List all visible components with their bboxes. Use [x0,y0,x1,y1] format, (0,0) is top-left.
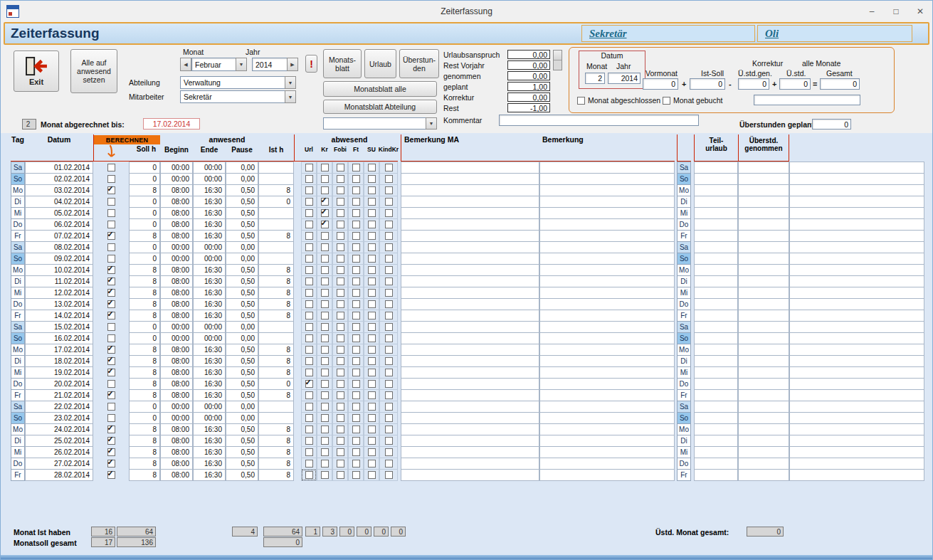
checkbox[interactable] [352,448,360,456]
ueberstd-genommen-cell[interactable] [738,207,789,219]
year-value[interactable]: 2014 [252,58,288,71]
checkbox[interactable] [352,232,360,240]
kr-cell[interactable] [317,196,332,208]
teilurlaub-cell[interactable] [694,287,738,299]
ueberstd-genommen-cell[interactable] [738,321,789,333]
checkbox[interactable] [385,255,393,263]
bemerkung-cell[interactable] [539,264,675,276]
checkbox[interactable] [337,232,344,240]
kindkr-cell[interactable] [379,230,398,242]
checkbox[interactable] [368,426,376,433]
checkbox[interactable] [385,334,393,342]
bemerkung-cell[interactable] [539,253,675,265]
checkbox[interactable] [305,471,313,479]
checkbox[interactable] [352,346,360,354]
teilurlaub-cell[interactable] [694,218,738,231]
checkbox[interactable] [321,175,329,183]
url-cell[interactable] [301,264,317,276]
bemerkung-ma-cell[interactable] [401,173,539,185]
kr-cell[interactable] [317,446,332,458]
ueberstd-genommen-cell[interactable] [738,253,789,265]
su-cell[interactable] [364,241,379,253]
checkbox[interactable] [305,414,313,422]
bemerkung-cell[interactable] [539,446,675,458]
checkbox[interactable] [368,369,376,376]
ueberstd-genommen-cell[interactable] [738,423,789,435]
ist-hours-cell[interactable]: 8 [258,458,294,470]
date-cell[interactable]: 14.02.2014 [25,310,93,322]
month-value[interactable]: Februar [191,58,236,71]
pause-cell[interactable]: 0,50 [226,446,258,458]
kr-cell[interactable] [317,355,332,367]
soll-hours-cell[interactable]: 8 [129,287,160,299]
fobi-cell[interactable] [332,401,348,413]
extra-cell[interactable] [789,412,924,424]
ist-hours-cell[interactable]: 8 [258,435,294,447]
bemerkung-cell[interactable] [539,401,675,413]
checkbox[interactable] [368,255,376,263]
date-cell[interactable]: 05.02.2014 [25,207,93,219]
checkbox[interactable] [321,391,329,399]
url-cell[interactable] [301,412,317,424]
checkbox[interactable] [321,232,329,240]
beginn-cell[interactable]: 00:00 [160,253,193,265]
month-dropdown-icon[interactable]: ▼ [236,58,247,71]
teilurlaub-cell[interactable] [694,162,738,174]
soll-hours-cell[interactable]: 0 [129,162,160,174]
beginn-cell[interactable]: 08:00 [160,310,193,322]
ueberstd-genommen-cell[interactable] [738,378,789,390]
soll-hours-cell[interactable]: 0 [129,321,160,333]
teilurlaub-cell[interactable] [694,355,738,367]
fobi-cell[interactable] [332,412,348,424]
checkbox[interactable] [352,414,360,422]
beginn-cell[interactable]: 08:00 [160,355,193,367]
checkbox[interactable] [368,346,376,354]
checkbox[interactable] [337,403,344,411]
extra-cell[interactable] [789,389,924,401]
url-cell[interactable] [301,366,317,379]
checkbox[interactable] [337,266,344,274]
soll-hours-cell[interactable]: 0 [129,412,160,424]
teilurlaub-cell[interactable] [694,389,738,401]
kindkr-cell[interactable] [379,344,398,356]
checkbox[interactable] [368,198,376,206]
checkbox[interactable] [305,243,313,251]
kr-cell[interactable] [317,287,332,299]
kindkr-cell[interactable] [379,355,398,367]
ueberstd-genommen-cell[interactable] [738,264,789,276]
checkbox[interactable] [305,186,313,194]
fobi-cell[interactable] [332,218,348,231]
url-cell[interactable] [301,355,317,367]
kindkr-cell[interactable] [379,412,398,424]
berechnen-cell[interactable] [93,173,129,185]
teilurlaub-cell[interactable] [694,435,738,447]
kindkr-cell[interactable] [379,366,398,379]
soll-hours-cell[interactable]: 8 [129,458,160,470]
checkbox[interactable] [385,186,393,194]
abteilung-dropdown-icon[interactable]: ▼ [285,76,296,89]
berechnen-cell[interactable] [93,458,129,470]
pause-cell[interactable]: 0,50 [226,230,258,242]
fobi-cell[interactable] [332,332,348,344]
berechnen-cell[interactable] [93,196,129,208]
ueberstunden-geplant-value[interactable]: 0 [812,119,851,130]
teilurlaub-cell[interactable] [694,230,738,242]
su-cell[interactable] [364,435,379,447]
pause-cell[interactable]: 0,50 [226,378,258,390]
checkbox[interactable] [321,186,329,194]
mitarbeiter-combo[interactable]: Sekretär ▼ [180,90,296,103]
kr-cell[interactable] [317,264,332,276]
prev-month-icon[interactable]: ◀ [180,58,191,71]
ueberstd-genommen-cell[interactable] [738,389,789,401]
checkbox[interactable] [337,471,344,479]
checkbox[interactable] [321,300,329,308]
pause-cell[interactable]: 0,50 [226,218,258,231]
ist-hours-cell[interactable] [258,162,294,174]
checkbox[interactable] [305,323,313,331]
url-cell[interactable] [301,435,317,447]
bemerkung-ma-cell[interactable] [401,196,539,208]
su-cell[interactable] [364,253,379,265]
date-cell[interactable]: 28.02.2014 [25,469,93,481]
checkbox[interactable] [305,369,313,376]
pause-cell[interactable]: 0,50 [226,435,258,447]
